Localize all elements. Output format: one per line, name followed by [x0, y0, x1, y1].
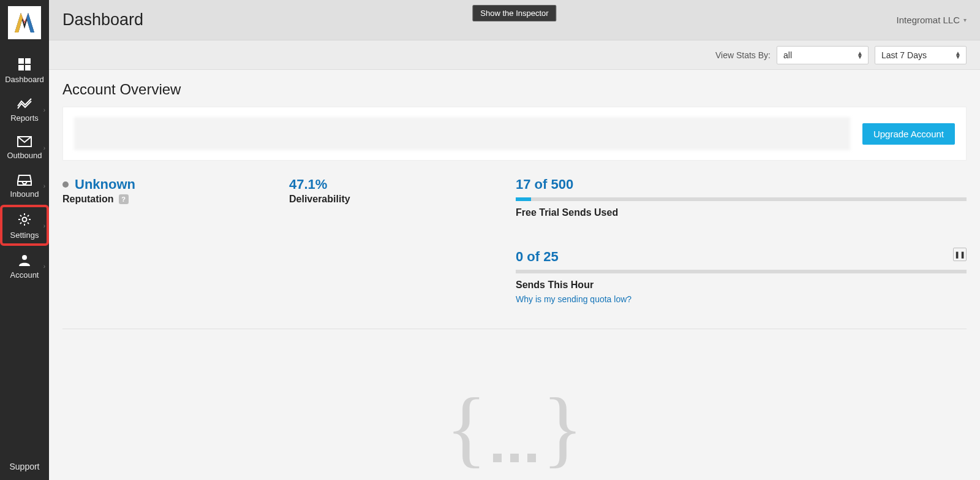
org-dropdown[interactable]: Integromat LLC ▾	[897, 15, 967, 25]
nav-settings[interactable]: Settings ›	[0, 205, 49, 246]
brace-right-icon: }	[542, 378, 583, 477]
nav-label: Account	[10, 270, 39, 280]
nav-label: Settings	[10, 230, 39, 240]
grid-icon	[18, 58, 31, 71]
svg-rect-4	[18, 58, 24, 64]
divider	[62, 329, 967, 329]
pause-icon: ❚❚	[954, 251, 965, 259]
user-icon	[18, 253, 31, 267]
inbox-icon	[17, 173, 32, 186]
nav-label: Reports	[10, 113, 39, 123]
filter-label: View Stats By:	[715, 50, 771, 60]
chevron-right-icon: ›	[43, 106, 45, 113]
chevron-down-icon: ▾	[963, 17, 967, 23]
trial-sends-value: 17 of 500	[516, 177, 573, 192]
nav-account[interactable]: Account ›	[0, 246, 49, 286]
trial-sends-fill	[516, 197, 531, 201]
svg-point-9	[23, 218, 27, 222]
svg-rect-7	[25, 65, 31, 70]
svg-rect-6	[18, 65, 24, 70]
ellipsis-icon	[493, 454, 536, 462]
hour-sends-bar	[516, 270, 967, 273]
brace-left-icon: {	[446, 378, 487, 477]
topbar: Dashboard Show the Inspector Integromat …	[49, 0, 980, 40]
envelope-icon	[17, 136, 32, 147]
nav-dashboard[interactable]: Dashboard	[0, 50, 49, 90]
redacted-text	[74, 117, 850, 150]
chevron-right-icon: ›	[43, 182, 45, 189]
hour-sends-value: 0 of 25	[516, 249, 559, 265]
org-name: Integromat LLC	[897, 15, 960, 25]
status-dot-icon	[62, 181, 69, 188]
nav-label: Inbound	[10, 189, 39, 199]
svg-marker-1	[15, 13, 23, 32]
upgrade-card: Upgrade Account	[62, 107, 967, 161]
page-title: Dashboard	[62, 10, 143, 29]
metrics-row: Unknown Reputation ? 47.1% Deliverabilit…	[62, 177, 967, 304]
svg-marker-2	[26, 13, 34, 32]
updown-icon: ▲▼	[857, 51, 863, 59]
svg-rect-5	[25, 58, 31, 64]
hour-sends-label: Sends This Hour	[516, 280, 967, 291]
trial-sends-metric: 17 of 500 Free Trial Sends Used ❚❚ 0 of …	[516, 177, 967, 304]
nav-reports[interactable]: Reports ›	[0, 90, 49, 129]
filterbar: View Stats By: all ▲▼ Last 7 Days ▲▼	[49, 40, 980, 70]
logo-icon	[12, 10, 37, 35]
deliverability-value: 47.1%	[289, 177, 327, 192]
select-value: Last 7 Days	[881, 50, 927, 60]
chart-icon	[17, 97, 32, 110]
inspector-tooltip[interactable]: Show the Inspector	[472, 5, 556, 21]
pause-button[interactable]: ❚❚	[953, 248, 967, 261]
view-stats-select[interactable]: all ▲▼	[777, 46, 869, 64]
deliverability-label: Deliverability	[289, 194, 350, 205]
date-range-select[interactable]: Last 7 Days ▲▼	[875, 46, 967, 64]
nav-label: Outbound	[7, 151, 42, 160]
chevron-right-icon: ›	[43, 222, 45, 229]
help-icon[interactable]: ?	[119, 194, 129, 204]
main-area: Dashboard Show the Inspector Integromat …	[49, 0, 980, 480]
upgrade-account-button[interactable]: Upgrade Account	[862, 123, 955, 145]
reputation-metric: Unknown Reputation ?	[62, 177, 283, 304]
sidebar: Dashboard Reports › Outbound › Inbound ›…	[0, 0, 49, 480]
gear-icon	[17, 212, 32, 227]
chevron-right-icon: ›	[43, 144, 45, 151]
content: Account Overview Upgrade Account Unknown…	[49, 70, 980, 480]
trial-sends-label: Free Trial Sends Used	[516, 207, 967, 218]
updown-icon: ▲▼	[955, 51, 961, 59]
chevron-right-icon: ›	[43, 262, 45, 269]
hour-sends-metric: ❚❚ 0 of 25 Sends This Hour Why is my sen…	[516, 249, 967, 304]
nav-outbound[interactable]: Outbound ›	[0, 129, 49, 166]
quota-note-link[interactable]: Why is my sending quota low?	[516, 294, 967, 304]
reputation-value[interactable]: Unknown	[75, 177, 135, 192]
nav-label: Dashboard	[5, 75, 44, 84]
deliverability-metric: 47.1% Deliverability	[289, 177, 510, 304]
section-heading: Account Overview	[62, 81, 967, 98]
nav-inbound[interactable]: Inbound ›	[0, 166, 49, 205]
svg-point-10	[22, 255, 27, 260]
trial-sends-bar	[516, 197, 967, 201]
nav-label: Support	[9, 462, 39, 471]
reputation-label: Reputation	[62, 194, 114, 205]
select-value: all	[783, 50, 792, 60]
empty-state-graphic: { }	[62, 378, 967, 477]
nav-support[interactable]: Support	[0, 455, 49, 480]
app-logo[interactable]	[8, 6, 41, 39]
